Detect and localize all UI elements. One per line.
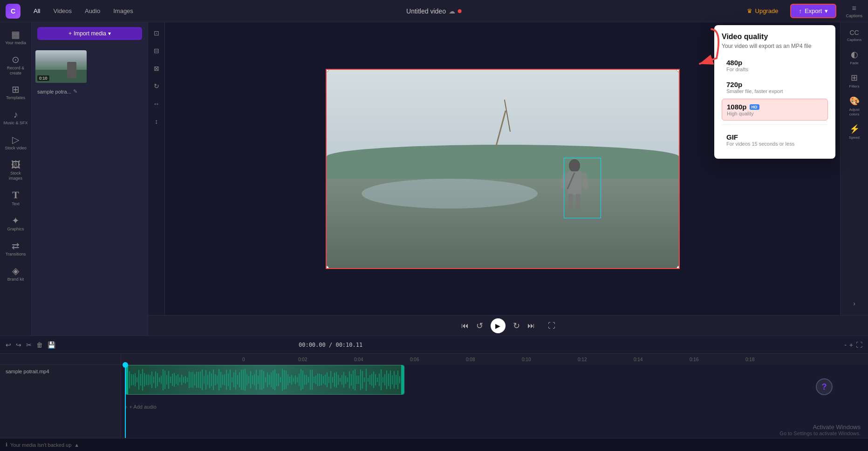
quality-option-1080p[interactable]: 1080p HD High quality	[722, 99, 828, 121]
chevron-down-icon: ▾	[108, 30, 111, 37]
svg-rect-13	[137, 377, 137, 383]
playhead-handle[interactable]	[123, 362, 128, 368]
import-media-button[interactable]: + Import media ▾	[37, 27, 142, 40]
svg-rect-43	[192, 372, 193, 388]
export-button[interactable]: ↑ Export ▾	[790, 4, 836, 18]
tab-videos[interactable]: Videos	[48, 6, 77, 16]
svg-rect-112	[321, 374, 322, 385]
svg-rect-132	[358, 376, 359, 384]
rewind-button[interactable]: ↺	[476, 321, 483, 331]
svg-rect-104	[306, 375, 307, 385]
svg-rect-97	[293, 377, 294, 382]
media-panel-header: + Import media ▾	[32, 22, 148, 47]
captions-panel-button[interactable]: ≡ Captions	[846, 4, 862, 18]
svg-rect-20	[150, 375, 150, 384]
handle-top-left[interactable]	[326, 69, 329, 72]
svg-rect-98	[295, 376, 296, 384]
svg-rect-60	[224, 374, 225, 385]
flip-h-tool[interactable]: ↔	[150, 97, 164, 111]
sidebar-item-brand-kit[interactable]: ◈ Brand kit	[2, 263, 30, 286]
quality-option-gif[interactable]: GIF For videos 15 seconds or less	[722, 129, 828, 150]
sidebar-item-text[interactable]: T Text	[2, 186, 30, 210]
svg-rect-9	[129, 371, 130, 389]
skip-forward-button[interactable]: ⏭	[527, 322, 535, 330]
crop-tool[interactable]: ⊟	[150, 44, 164, 58]
cut-button[interactable]: ✂	[26, 341, 32, 349]
play-button[interactable]: ▶	[491, 318, 506, 333]
svg-rect-144	[381, 369, 382, 390]
fit-tool[interactable]: ⊠	[150, 61, 164, 75]
zoom-out-button[interactable]: -	[844, 341, 847, 349]
svg-rect-96	[291, 375, 292, 385]
topbar-right: ♛ Upgrade ↑ Export ▾ ≡ Captions	[740, 4, 862, 18]
graphics-icon: ✦	[12, 216, 20, 225]
add-audio-button[interactable]: ♪ + Add audio	[125, 404, 157, 410]
sidebar-item-stock-images[interactable]: 🖼 Stock images	[2, 156, 30, 185]
quality-sub-720p: Smaller file, faster export	[726, 88, 823, 94]
tab-all[interactable]: All	[28, 6, 46, 16]
svg-rect-149	[390, 370, 391, 389]
tab-audio[interactable]: Audio	[79, 6, 106, 16]
right-panel-fade[interactable]: ◐ Fade	[841, 47, 868, 68]
quality-label-1080p: 1080p HD	[727, 103, 823, 111]
flip-v-tool[interactable]: ↕	[150, 114, 164, 128]
undo-button[interactable]: ↩	[6, 341, 11, 349]
right-panel-speed[interactable]: ⚡ Speed	[841, 121, 868, 142]
zoom-in-button[interactable]: +	[849, 341, 853, 349]
sidebar-item-music-sfx[interactable]: ♪ Music & SFX	[2, 106, 30, 129]
panel-collapse-btn[interactable]: ›	[853, 299, 855, 311]
sidebar-item-stock-video[interactable]: ▷ Stock video	[2, 131, 30, 155]
quality-option-480p[interactable]: 480p For drafts	[722, 55, 828, 76]
sidebar-item-graphics[interactable]: ✦ Graphics	[2, 212, 30, 236]
speed-icon: ⚡	[849, 124, 860, 134]
media-thumbnail[interactable]: 0:10	[35, 50, 87, 83]
tab-images[interactable]: Images	[108, 6, 139, 16]
svg-rect-68	[239, 372, 240, 388]
svg-rect-19	[148, 375, 149, 385]
quality-sub-480p: For drafts	[726, 67, 823, 72]
fullscreen-button[interactable]: ⛶	[548, 322, 555, 330]
save-button[interactable]: 💾	[48, 341, 55, 349]
person-silhouette	[558, 156, 591, 212]
handle-bottom-left[interactable]	[326, 266, 329, 269]
delete-button[interactable]: 🗑	[36, 341, 43, 349]
help-button[interactable]: ?	[816, 378, 833, 395]
captions-icon: ≡	[852, 4, 856, 13]
svg-rect-93	[286, 370, 287, 389]
svg-rect-69	[241, 370, 242, 390]
svg-rect-87	[274, 369, 275, 390]
svg-rect-138	[369, 375, 370, 385]
svg-rect-116	[328, 377, 329, 383]
handle-top-right[interactable]	[677, 69, 680, 72]
quality-option-720p[interactable]: 720p Smaller file, faster export	[722, 77, 828, 98]
redo-button[interactable]: ↪	[16, 341, 21, 349]
clip-end-handle[interactable]	[401, 365, 404, 394]
video-canvas[interactable]	[326, 69, 680, 269]
app-logo[interactable]: C	[6, 4, 21, 19]
right-panel-adjust-colors[interactable]: 🎨 Adjustcolors	[841, 93, 868, 119]
svg-rect-148	[388, 374, 389, 386]
timeline-body: sample potrait.mp4 0 0:02 0:04 0:06 0:08…	[0, 354, 868, 438]
sidebar-item-your-media[interactable]: ▦ Your media	[2, 26, 30, 49]
right-panel-captions[interactable]: CC Captions	[841, 26, 868, 45]
aspect-ratio-tool[interactable]: ⊡	[150, 26, 164, 40]
right-panel-filters[interactable]: ⊞ Filters	[841, 70, 868, 91]
forward-button[interactable]: ↻	[513, 321, 520, 331]
expand-timeline-button[interactable]: ⛶	[856, 341, 862, 349]
sidebar-item-record-create[interactable]: ⊙ Record &create	[2, 51, 30, 80]
svg-rect-29	[166, 375, 167, 384]
rotate-tool[interactable]: ↻	[150, 79, 164, 93]
handle-bottom-right[interactable]	[677, 266, 680, 269]
video-clip[interactable]	[125, 365, 404, 395]
sidebar-item-templates[interactable]: ⊞ Templates	[2, 81, 30, 104]
upgrade-button[interactable]: ♛ Upgrade	[740, 5, 785, 17]
skip-back-button[interactable]: ⏮	[461, 322, 469, 330]
svg-rect-74	[250, 371, 251, 389]
sidebar-item-transitions[interactable]: ⇄ Transitions	[2, 237, 30, 261]
svg-rect-115	[327, 372, 328, 387]
hd-badge: HD	[750, 104, 759, 110]
svg-rect-121	[338, 375, 339, 385]
svg-rect-152	[396, 375, 396, 385]
music-icon: ♪	[14, 110, 18, 119]
filters-icon: ⊞	[851, 73, 858, 83]
